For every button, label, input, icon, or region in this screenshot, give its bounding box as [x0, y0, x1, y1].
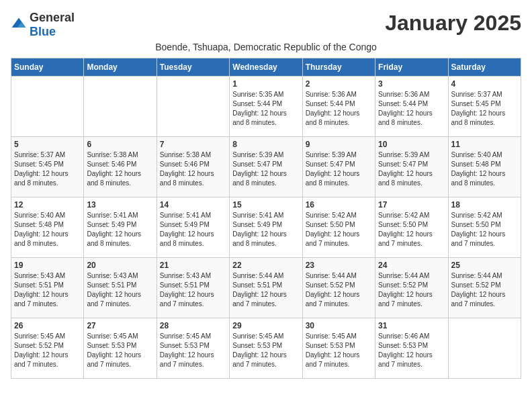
- day-info: Sunrise: 5:39 AM Sunset: 5:47 PM Dayligh…: [306, 150, 372, 188]
- day-number: 15: [232, 200, 299, 210]
- day-info: Sunrise: 5:38 AM Sunset: 5:46 PM Dayligh…: [87, 150, 153, 188]
- calendar-cell: [84, 77, 157, 137]
- day-number: 16: [306, 200, 372, 210]
- day-number: 29: [232, 321, 299, 330]
- calendar-cell: 12Sunrise: 5:40 AM Sunset: 5:48 PM Dayli…: [11, 197, 84, 258]
- calendar-table: SundayMondayTuesdayWednesdayThursdayFrid…: [11, 58, 521, 379]
- day-number: 14: [160, 200, 226, 210]
- day-info: Sunrise: 5:45 AM Sunset: 5:53 PM Dayligh…: [87, 332, 153, 369]
- calendar-cell: 30Sunrise: 5:45 AM Sunset: 5:53 PM Dayli…: [302, 318, 375, 379]
- day-info: Sunrise: 5:45 AM Sunset: 5:53 PM Dayligh…: [160, 332, 226, 369]
- day-info: Sunrise: 5:35 AM Sunset: 5:44 PM Dayligh…: [232, 90, 299, 128]
- day-number: 31: [378, 321, 445, 330]
- day-number: 27: [87, 321, 153, 330]
- calendar-cell: 5Sunrise: 5:37 AM Sunset: 5:45 PM Daylig…: [11, 137, 84, 197]
- day-info: Sunrise: 5:45 AM Sunset: 5:52 PM Dayligh…: [14, 332, 81, 369]
- day-info: Sunrise: 5:37 AM Sunset: 5:45 PM Dayligh…: [14, 150, 81, 188]
- day-info: Sunrise: 5:40 AM Sunset: 5:48 PM Dayligh…: [14, 211, 81, 248]
- day-number: 21: [160, 261, 226, 270]
- calendar-cell: 29Sunrise: 5:45 AM Sunset: 5:53 PM Dayli…: [230, 318, 302, 379]
- day-header-sunday: Sunday: [11, 58, 84, 77]
- calendar-cell: 28Sunrise: 5:45 AM Sunset: 5:53 PM Dayli…: [157, 318, 229, 379]
- calendar-cell: 31Sunrise: 5:46 AM Sunset: 5:53 PM Dayli…: [375, 318, 448, 379]
- calendar-cell: 3Sunrise: 5:36 AM Sunset: 5:44 PM Daylig…: [375, 77, 448, 137]
- day-number: 2: [306, 79, 372, 89]
- day-number: 8: [232, 140, 299, 149]
- calendar-cell: 13Sunrise: 5:41 AM Sunset: 5:49 PM Dayli…: [84, 197, 157, 258]
- page-container: General Blue January 2025 Boende, Tshuap…: [11, 11, 521, 379]
- calendar-cell: 17Sunrise: 5:42 AM Sunset: 5:50 PM Dayli…: [375, 197, 448, 258]
- day-number: 3: [378, 79, 445, 89]
- day-info: Sunrise: 5:36 AM Sunset: 5:44 PM Dayligh…: [306, 90, 372, 128]
- calendar-cell: 24Sunrise: 5:44 AM Sunset: 5:52 PM Dayli…: [375, 258, 448, 318]
- day-number: 1: [232, 79, 299, 89]
- day-number: 25: [451, 261, 518, 270]
- calendar-cell: 10Sunrise: 5:39 AM Sunset: 5:47 PM Dayli…: [375, 137, 448, 197]
- day-header-tuesday: Tuesday: [157, 58, 229, 77]
- month-title: January 2025: [385, 11, 521, 36]
- calendar-cell: 7Sunrise: 5:38 AM Sunset: 5:46 PM Daylig…: [157, 137, 229, 197]
- day-info: Sunrise: 5:39 AM Sunset: 5:47 PM Dayligh…: [378, 150, 445, 188]
- day-info: Sunrise: 5:44 AM Sunset: 5:52 PM Dayligh…: [378, 271, 445, 309]
- day-info: Sunrise: 5:41 AM Sunset: 5:49 PM Dayligh…: [232, 211, 299, 248]
- day-header-monday: Monday: [84, 58, 157, 77]
- calendar-cell: 22Sunrise: 5:44 AM Sunset: 5:51 PM Dayli…: [230, 258, 302, 318]
- calendar-cell: 16Sunrise: 5:42 AM Sunset: 5:50 PM Dayli…: [302, 197, 375, 258]
- day-header-thursday: Thursday: [302, 58, 375, 77]
- day-info: Sunrise: 5:38 AM Sunset: 5:46 PM Dayligh…: [160, 150, 226, 188]
- day-info: Sunrise: 5:43 AM Sunset: 5:51 PM Dayligh…: [14, 271, 81, 309]
- day-number: 18: [451, 200, 518, 210]
- calendar-cell: 20Sunrise: 5:43 AM Sunset: 5:51 PM Dayli…: [84, 258, 157, 318]
- day-number: 6: [87, 140, 153, 149]
- calendar-cell: 18Sunrise: 5:42 AM Sunset: 5:50 PM Dayli…: [448, 197, 521, 258]
- week-row-2: 5Sunrise: 5:37 AM Sunset: 5:45 PM Daylig…: [11, 137, 521, 197]
- day-number: 28: [160, 321, 226, 330]
- day-number: 5: [14, 140, 81, 149]
- day-number: 22: [232, 261, 299, 270]
- day-info: Sunrise: 5:42 AM Sunset: 5:50 PM Dayligh…: [451, 211, 518, 248]
- day-number: 19: [14, 261, 81, 270]
- day-number: 30: [306, 321, 372, 330]
- calendar-cell: 6Sunrise: 5:38 AM Sunset: 5:46 PM Daylig…: [84, 137, 157, 197]
- day-number: 26: [14, 321, 81, 330]
- week-row-5: 26Sunrise: 5:45 AM Sunset: 5:52 PM Dayli…: [11, 318, 521, 379]
- day-number: 7: [160, 140, 226, 149]
- day-number: 12: [14, 200, 81, 210]
- day-info: Sunrise: 5:44 AM Sunset: 5:51 PM Dayligh…: [232, 271, 299, 309]
- calendar-cell: [157, 77, 229, 137]
- calendar-cell: 25Sunrise: 5:44 AM Sunset: 5:52 PM Dayli…: [448, 258, 521, 318]
- week-row-3: 12Sunrise: 5:40 AM Sunset: 5:48 PM Dayli…: [11, 197, 521, 258]
- day-info: Sunrise: 5:43 AM Sunset: 5:51 PM Dayligh…: [160, 271, 226, 309]
- day-info: Sunrise: 5:44 AM Sunset: 5:52 PM Dayligh…: [306, 271, 372, 309]
- day-number: 23: [306, 261, 372, 270]
- calendar-cell: 2Sunrise: 5:36 AM Sunset: 5:44 PM Daylig…: [302, 77, 375, 137]
- subtitle: Boende, Tshuapa, Democratic Republic of …: [11, 42, 521, 52]
- day-info: Sunrise: 5:46 AM Sunset: 5:53 PM Dayligh…: [378, 332, 445, 369]
- calendar-cell: 1Sunrise: 5:35 AM Sunset: 5:44 PM Daylig…: [230, 77, 302, 137]
- day-number: 9: [306, 140, 372, 149]
- header: General Blue January 2025: [11, 11, 521, 39]
- days-header-row: SundayMondayTuesdayWednesdayThursdayFrid…: [11, 58, 521, 77]
- logo-general: General: [30, 11, 75, 24]
- logo-icon: [11, 17, 27, 33]
- day-info: Sunrise: 5:43 AM Sunset: 5:51 PM Dayligh…: [87, 271, 153, 309]
- day-info: Sunrise: 5:36 AM Sunset: 5:44 PM Dayligh…: [378, 90, 445, 128]
- calendar-cell: 21Sunrise: 5:43 AM Sunset: 5:51 PM Dayli…: [157, 258, 229, 318]
- day-info: Sunrise: 5:41 AM Sunset: 5:49 PM Dayligh…: [87, 211, 153, 248]
- calendar-cell: 4Sunrise: 5:37 AM Sunset: 5:45 PM Daylig…: [448, 77, 521, 137]
- day-number: 10: [378, 140, 445, 149]
- calendar-cell: 9Sunrise: 5:39 AM Sunset: 5:47 PM Daylig…: [302, 137, 375, 197]
- day-info: Sunrise: 5:42 AM Sunset: 5:50 PM Dayligh…: [378, 211, 445, 248]
- day-number: 20: [87, 261, 153, 270]
- calendar-cell: 8Sunrise: 5:39 AM Sunset: 5:47 PM Daylig…: [230, 137, 302, 197]
- day-number: 13: [87, 200, 153, 210]
- week-row-4: 19Sunrise: 5:43 AM Sunset: 5:51 PM Dayli…: [11, 258, 521, 318]
- calendar-cell: 15Sunrise: 5:41 AM Sunset: 5:49 PM Dayli…: [230, 197, 302, 258]
- day-info: Sunrise: 5:41 AM Sunset: 5:49 PM Dayligh…: [160, 211, 226, 248]
- calendar-cell: 26Sunrise: 5:45 AM Sunset: 5:52 PM Dayli…: [11, 318, 84, 379]
- day-number: 4: [451, 79, 518, 89]
- day-header-wednesday: Wednesday: [230, 58, 302, 77]
- calendar-cell: 23Sunrise: 5:44 AM Sunset: 5:52 PM Dayli…: [302, 258, 375, 318]
- day-info: Sunrise: 5:45 AM Sunset: 5:53 PM Dayligh…: [306, 332, 372, 369]
- logo: General Blue: [11, 11, 75, 39]
